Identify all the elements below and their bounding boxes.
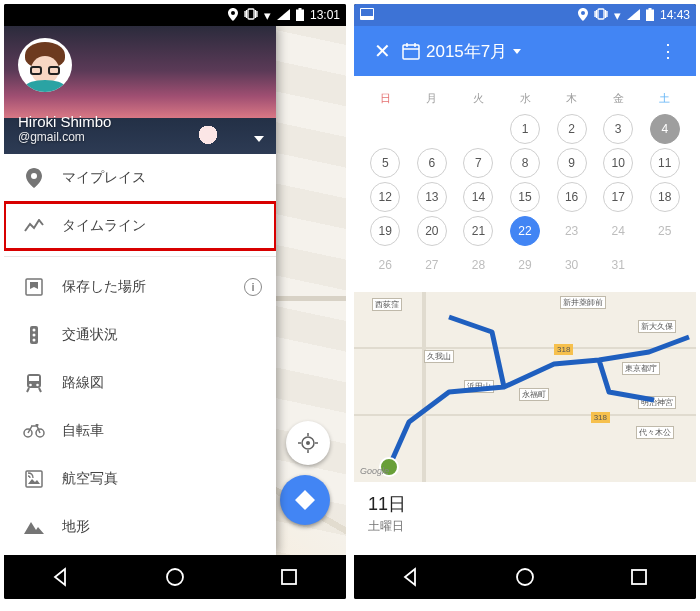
month-title: 2015年7月: [426, 40, 507, 63]
calendar-week: 1234: [362, 112, 688, 146]
divider: [4, 256, 276, 257]
account-email: @gmail.com: [18, 130, 246, 144]
calendar-day[interactable]: 9: [548, 146, 595, 180]
battery-icon: [296, 8, 304, 23]
calendar-day[interactable]: 21: [455, 214, 502, 248]
calendar-day[interactable]: 18: [641, 180, 688, 214]
close-button[interactable]: ✕: [362, 39, 402, 63]
menu-label: 交通状況: [62, 326, 118, 344]
menu-satellite[interactable]: 航空写真: [4, 455, 276, 503]
menu-saved[interactable]: 保存した場所 i: [4, 263, 276, 311]
calendar-day[interactable]: 5: [362, 146, 409, 180]
calendar: 日 月 火 水 木 金 土 12345678910111213141516171…: [354, 76, 696, 292]
dow-tue: 火: [455, 84, 502, 112]
back-button[interactable]: [50, 566, 72, 588]
menu-timeline[interactable]: タイムライン: [4, 202, 276, 250]
recents-button[interactable]: [628, 566, 650, 588]
account-dropdown-icon[interactable]: [254, 136, 264, 142]
info-icon[interactable]: i: [244, 278, 262, 296]
calendar-day[interactable]: 12: [362, 180, 409, 214]
day-summary[interactable]: 11日 土曜日: [354, 482, 696, 535]
dow-sat: 土: [641, 84, 688, 112]
menu-label: 自転車: [62, 422, 104, 440]
svg-point-7: [33, 329, 36, 332]
timeline-header: ✕ 2015年7月 ⋮: [354, 26, 696, 76]
month-picker[interactable]: 2015年7月: [402, 40, 648, 63]
calendar-day[interactable]: 19: [362, 214, 409, 248]
bicycle-icon: [20, 424, 48, 438]
screen: ✕ 2015年7月 ⋮ 日 月 火 水 木 金: [354, 26, 696, 555]
calendar-day[interactable]: 22: [502, 214, 549, 248]
phone-left: ▾ 13:01: [4, 4, 346, 599]
back-button[interactable]: [400, 566, 422, 588]
menu-traffic[interactable]: 交通状況: [4, 311, 276, 359]
calendar-day[interactable]: 8: [502, 146, 549, 180]
menu-label: 保存した場所: [62, 278, 146, 296]
drawer-menu: マイプレイス タイムライン 保存した場所 i: [4, 154, 276, 555]
calendar-day[interactable]: 6: [409, 146, 456, 180]
phone-right: ▾ 14:43 ✕ 2015年7月: [354, 4, 696, 599]
avatar[interactable]: [18, 38, 72, 92]
calendar-cell-empty: [641, 248, 688, 282]
wifi-icon: ▾: [264, 9, 271, 22]
calendar-day[interactable]: 1: [502, 112, 549, 146]
home-button[interactable]: [164, 566, 186, 588]
svg-point-12: [29, 384, 32, 387]
calendar-day[interactable]: 15: [502, 180, 549, 214]
calendar-day[interactable]: 13: [409, 180, 456, 214]
calendar-day: 24: [595, 214, 642, 248]
drawer-header[interactable]: Hiroki Shimbo @gmail.com: [4, 26, 276, 154]
location-icon: [228, 8, 238, 23]
calendar-day[interactable]: 20: [409, 214, 456, 248]
calendar-day[interactable]: 4: [641, 112, 688, 146]
clock-text: 13:01: [310, 8, 340, 22]
battery-icon: [646, 8, 654, 23]
home-button[interactable]: [514, 566, 536, 588]
calendar-day: 30: [548, 248, 595, 282]
calendar-day: 28: [455, 248, 502, 282]
dow-fri: 金: [595, 84, 642, 112]
day-title: 11日: [368, 492, 682, 516]
svg-point-13: [36, 384, 39, 387]
calendar-day[interactable]: 2: [548, 112, 595, 146]
calendar-day[interactable]: 16: [548, 180, 595, 214]
directions-button[interactable]: [280, 475, 330, 525]
calendar-day: 23: [548, 214, 595, 248]
android-navbar: [4, 555, 346, 599]
svg-rect-22: [598, 9, 604, 19]
calendar-icon: [402, 42, 420, 60]
calendar-day[interactable]: 10: [595, 146, 642, 180]
map-attribution: Google: [360, 466, 389, 476]
menu-transit[interactable]: 路線図: [4, 359, 276, 407]
album-icon: [360, 8, 374, 22]
calendar-day: 27: [409, 248, 456, 282]
screen: Hiroki Shimbo @gmail.com マイプレイス: [4, 26, 346, 555]
calendar-day: 25: [641, 214, 688, 248]
vibrate-icon: [594, 8, 608, 22]
svg-rect-24: [648, 8, 651, 10]
calendar-cell-empty: [362, 112, 409, 146]
overflow-button[interactable]: ⋮: [648, 40, 688, 62]
status-bar: ▾ 13:01: [4, 4, 346, 26]
menu-my-places[interactable]: マイプレイス: [4, 154, 276, 202]
recents-button[interactable]: [278, 566, 300, 588]
calendar-day: 29: [502, 248, 549, 282]
menu-label: 路線図: [62, 374, 104, 392]
dropdown-icon: [513, 49, 521, 54]
timeline-map[interactable]: 西荻窪 久我山 浜田山 永福町 新井薬師前 新大久保 東京都庁 明治神宮 代々木…: [354, 292, 696, 482]
menu-bicycle[interactable]: 自転車: [4, 407, 276, 455]
svg-rect-19: [282, 570, 296, 584]
svg-rect-23: [646, 9, 654, 21]
calendar-day[interactable]: 14: [455, 180, 502, 214]
calendar-day: 26: [362, 248, 409, 282]
calendar-day[interactable]: 11: [641, 146, 688, 180]
satellite-icon: [20, 470, 48, 488]
menu-label: タイムライン: [62, 217, 146, 235]
calendar-day[interactable]: 7: [455, 146, 502, 180]
menu-label: 航空写真: [62, 470, 118, 488]
account-name: Hiroki Shimbo: [18, 113, 246, 130]
menu-terrain[interactable]: 地形: [4, 503, 276, 551]
calendar-day[interactable]: 3: [595, 112, 642, 146]
calendar-day[interactable]: 17: [595, 180, 642, 214]
my-location-button[interactable]: [286, 421, 330, 465]
